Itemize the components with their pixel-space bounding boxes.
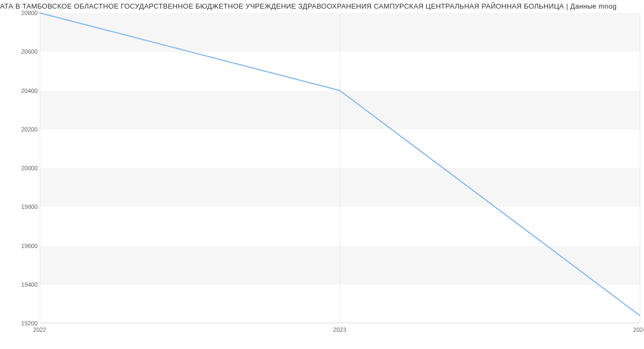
y-tick-label: 19400 (5, 281, 38, 288)
chart-title: АТА В ТАМБОВСКОЕ ОБЛАСТНОЕ ГОСУДАРСТВЕНН… (0, 2, 644, 10)
plot-area (40, 13, 640, 323)
x-tick-label: 2024 (633, 326, 644, 333)
line-layer (40, 13, 640, 323)
series-line (40, 13, 640, 316)
x-tick-label: 2023 (333, 326, 346, 333)
gridline-vertical (640, 13, 640, 323)
y-tick-label: 20800 (5, 10, 38, 16)
y-tick-label: 20200 (5, 126, 38, 133)
x-tick-label: 2022 (33, 326, 46, 333)
y-tick-label: 19600 (5, 243, 38, 249)
y-tick-label: 19800 (5, 203, 38, 210)
y-tick-label: 19200 (5, 320, 38, 326)
y-tick-label: 20400 (5, 88, 38, 94)
y-tick-label: 20000 (5, 165, 38, 171)
chart-container: АТА В ТАМБОВСКОЕ ОБЛАСТНОЕ ГОСУДАРСТВЕНН… (0, 0, 644, 349)
y-tick-label: 20600 (5, 48, 38, 55)
